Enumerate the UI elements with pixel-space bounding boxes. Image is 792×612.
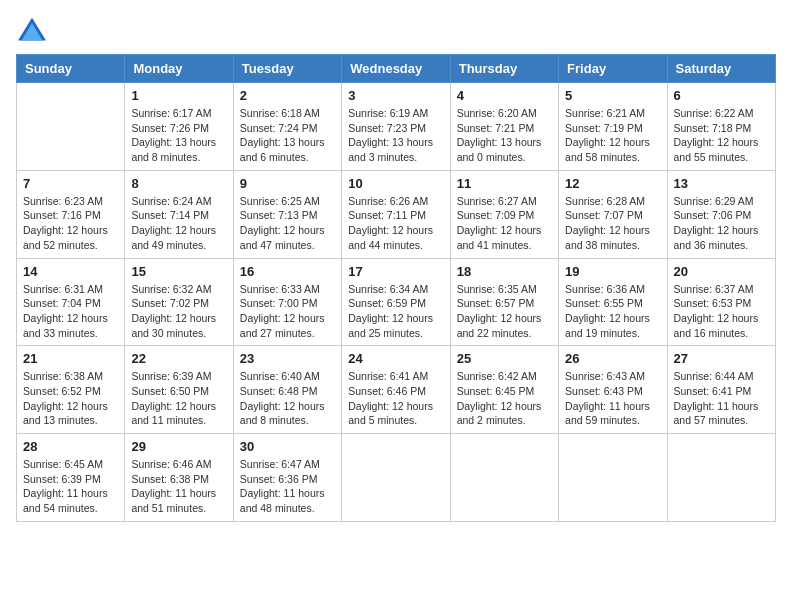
- calendar-cell: 10Sunrise: 6:26 AMSunset: 7:11 PMDayligh…: [342, 170, 450, 258]
- day-number: 11: [457, 176, 552, 191]
- calendar-cell: 29Sunrise: 6:46 AMSunset: 6:38 PMDayligh…: [125, 434, 233, 522]
- col-header-sunday: Sunday: [17, 55, 125, 83]
- day-detail: Sunrise: 6:19 AMSunset: 7:23 PMDaylight:…: [348, 106, 443, 165]
- calendar-week-row: 7Sunrise: 6:23 AMSunset: 7:16 PMDaylight…: [17, 170, 776, 258]
- day-number: 12: [565, 176, 660, 191]
- calendar-cell: 1Sunrise: 6:17 AMSunset: 7:26 PMDaylight…: [125, 83, 233, 171]
- calendar-cell: [667, 434, 775, 522]
- day-detail: Sunrise: 6:41 AMSunset: 6:46 PMDaylight:…: [348, 369, 443, 428]
- day-number: 30: [240, 439, 335, 454]
- day-number: 9: [240, 176, 335, 191]
- calendar-header-row: SundayMondayTuesdayWednesdayThursdayFrid…: [17, 55, 776, 83]
- day-detail: Sunrise: 6:47 AMSunset: 6:36 PMDaylight:…: [240, 457, 335, 516]
- day-detail: Sunrise: 6:27 AMSunset: 7:09 PMDaylight:…: [457, 194, 552, 253]
- calendar-cell: 14Sunrise: 6:31 AMSunset: 7:04 PMDayligh…: [17, 258, 125, 346]
- day-detail: Sunrise: 6:35 AMSunset: 6:57 PMDaylight:…: [457, 282, 552, 341]
- calendar-table: SundayMondayTuesdayWednesdayThursdayFrid…: [16, 54, 776, 522]
- calendar-cell: [17, 83, 125, 171]
- calendar-cell: 26Sunrise: 6:43 AMSunset: 6:43 PMDayligh…: [559, 346, 667, 434]
- day-number: 15: [131, 264, 226, 279]
- calendar-cell: 22Sunrise: 6:39 AMSunset: 6:50 PMDayligh…: [125, 346, 233, 434]
- calendar-cell: 21Sunrise: 6:38 AMSunset: 6:52 PMDayligh…: [17, 346, 125, 434]
- calendar-cell: 24Sunrise: 6:41 AMSunset: 6:46 PMDayligh…: [342, 346, 450, 434]
- day-detail: Sunrise: 6:24 AMSunset: 7:14 PMDaylight:…: [131, 194, 226, 253]
- day-number: 10: [348, 176, 443, 191]
- day-number: 19: [565, 264, 660, 279]
- calendar-cell: [559, 434, 667, 522]
- day-number: 27: [674, 351, 769, 366]
- calendar-week-row: 21Sunrise: 6:38 AMSunset: 6:52 PMDayligh…: [17, 346, 776, 434]
- day-detail: Sunrise: 6:38 AMSunset: 6:52 PMDaylight:…: [23, 369, 118, 428]
- calendar-cell: 27Sunrise: 6:44 AMSunset: 6:41 PMDayligh…: [667, 346, 775, 434]
- calendar-cell: 16Sunrise: 6:33 AMSunset: 7:00 PMDayligh…: [233, 258, 341, 346]
- day-number: 16: [240, 264, 335, 279]
- day-number: 25: [457, 351, 552, 366]
- calendar-cell: 20Sunrise: 6:37 AMSunset: 6:53 PMDayligh…: [667, 258, 775, 346]
- day-detail: Sunrise: 6:25 AMSunset: 7:13 PMDaylight:…: [240, 194, 335, 253]
- calendar-cell: [450, 434, 558, 522]
- day-number: 29: [131, 439, 226, 454]
- calendar-cell: 23Sunrise: 6:40 AMSunset: 6:48 PMDayligh…: [233, 346, 341, 434]
- day-number: 4: [457, 88, 552, 103]
- day-number: 6: [674, 88, 769, 103]
- day-number: 20: [674, 264, 769, 279]
- calendar-cell: 8Sunrise: 6:24 AMSunset: 7:14 PMDaylight…: [125, 170, 233, 258]
- day-number: 5: [565, 88, 660, 103]
- calendar-cell: 7Sunrise: 6:23 AMSunset: 7:16 PMDaylight…: [17, 170, 125, 258]
- col-header-friday: Friday: [559, 55, 667, 83]
- col-header-wednesday: Wednesday: [342, 55, 450, 83]
- calendar-cell: 11Sunrise: 6:27 AMSunset: 7:09 PMDayligh…: [450, 170, 558, 258]
- calendar-cell: 28Sunrise: 6:45 AMSunset: 6:39 PMDayligh…: [17, 434, 125, 522]
- day-number: 21: [23, 351, 118, 366]
- day-number: 26: [565, 351, 660, 366]
- calendar-cell: 17Sunrise: 6:34 AMSunset: 6:59 PMDayligh…: [342, 258, 450, 346]
- col-header-saturday: Saturday: [667, 55, 775, 83]
- calendar-cell: 6Sunrise: 6:22 AMSunset: 7:18 PMDaylight…: [667, 83, 775, 171]
- day-number: 23: [240, 351, 335, 366]
- day-detail: Sunrise: 6:17 AMSunset: 7:26 PMDaylight:…: [131, 106, 226, 165]
- day-detail: Sunrise: 6:42 AMSunset: 6:45 PMDaylight:…: [457, 369, 552, 428]
- calendar-week-row: 14Sunrise: 6:31 AMSunset: 7:04 PMDayligh…: [17, 258, 776, 346]
- day-number: 3: [348, 88, 443, 103]
- day-detail: Sunrise: 6:44 AMSunset: 6:41 PMDaylight:…: [674, 369, 769, 428]
- day-number: 22: [131, 351, 226, 366]
- day-detail: Sunrise: 6:26 AMSunset: 7:11 PMDaylight:…: [348, 194, 443, 253]
- day-number: 2: [240, 88, 335, 103]
- day-detail: Sunrise: 6:33 AMSunset: 7:00 PMDaylight:…: [240, 282, 335, 341]
- day-number: 24: [348, 351, 443, 366]
- page-header: [16, 16, 776, 44]
- day-number: 7: [23, 176, 118, 191]
- day-detail: Sunrise: 6:43 AMSunset: 6:43 PMDaylight:…: [565, 369, 660, 428]
- calendar-cell: 18Sunrise: 6:35 AMSunset: 6:57 PMDayligh…: [450, 258, 558, 346]
- calendar-cell: [342, 434, 450, 522]
- calendar-cell: 30Sunrise: 6:47 AMSunset: 6:36 PMDayligh…: [233, 434, 341, 522]
- day-detail: Sunrise: 6:32 AMSunset: 7:02 PMDaylight:…: [131, 282, 226, 341]
- day-detail: Sunrise: 6:34 AMSunset: 6:59 PMDaylight:…: [348, 282, 443, 341]
- day-number: 28: [23, 439, 118, 454]
- calendar-cell: 12Sunrise: 6:28 AMSunset: 7:07 PMDayligh…: [559, 170, 667, 258]
- day-detail: Sunrise: 6:20 AMSunset: 7:21 PMDaylight:…: [457, 106, 552, 165]
- calendar-cell: 9Sunrise: 6:25 AMSunset: 7:13 PMDaylight…: [233, 170, 341, 258]
- day-detail: Sunrise: 6:46 AMSunset: 6:38 PMDaylight:…: [131, 457, 226, 516]
- col-header-thursday: Thursday: [450, 55, 558, 83]
- calendar-cell: 13Sunrise: 6:29 AMSunset: 7:06 PMDayligh…: [667, 170, 775, 258]
- day-number: 1: [131, 88, 226, 103]
- calendar-week-row: 1Sunrise: 6:17 AMSunset: 7:26 PMDaylight…: [17, 83, 776, 171]
- day-number: 8: [131, 176, 226, 191]
- calendar-cell: 25Sunrise: 6:42 AMSunset: 6:45 PMDayligh…: [450, 346, 558, 434]
- day-detail: Sunrise: 6:36 AMSunset: 6:55 PMDaylight:…: [565, 282, 660, 341]
- calendar-cell: 4Sunrise: 6:20 AMSunset: 7:21 PMDaylight…: [450, 83, 558, 171]
- day-number: 13: [674, 176, 769, 191]
- day-detail: Sunrise: 6:39 AMSunset: 6:50 PMDaylight:…: [131, 369, 226, 428]
- logo-icon: [16, 16, 48, 44]
- calendar-cell: 3Sunrise: 6:19 AMSunset: 7:23 PMDaylight…: [342, 83, 450, 171]
- day-detail: Sunrise: 6:18 AMSunset: 7:24 PMDaylight:…: [240, 106, 335, 165]
- day-detail: Sunrise: 6:45 AMSunset: 6:39 PMDaylight:…: [23, 457, 118, 516]
- col-header-tuesday: Tuesday: [233, 55, 341, 83]
- day-detail: Sunrise: 6:23 AMSunset: 7:16 PMDaylight:…: [23, 194, 118, 253]
- col-header-monday: Monday: [125, 55, 233, 83]
- logo: [16, 16, 52, 44]
- calendar-cell: 5Sunrise: 6:21 AMSunset: 7:19 PMDaylight…: [559, 83, 667, 171]
- day-detail: Sunrise: 6:28 AMSunset: 7:07 PMDaylight:…: [565, 194, 660, 253]
- day-detail: Sunrise: 6:21 AMSunset: 7:19 PMDaylight:…: [565, 106, 660, 165]
